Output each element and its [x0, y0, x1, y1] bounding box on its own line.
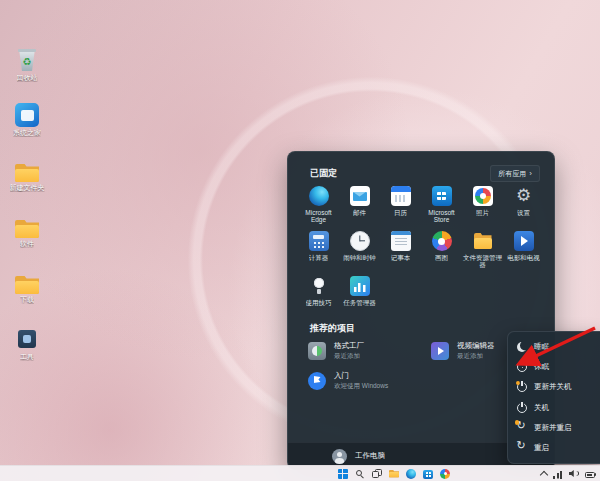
- pinned-app-label: 画图: [435, 254, 448, 261]
- desktop-icon-label: 系统之家: [13, 129, 41, 137]
- shortcut-icon: [18, 330, 36, 348]
- power-menu-item-label: 睡眠: [534, 342, 549, 352]
- clock-icon: [350, 231, 370, 251]
- pinned-app-tile[interactable]: 使用技巧: [298, 272, 339, 317]
- pinned-app-tile[interactable]: 画图: [421, 227, 462, 272]
- restart-icon: [517, 443, 527, 453]
- recommended-item-text: 格式工厂 最近添加: [334, 341, 364, 362]
- photos-icon: [473, 186, 493, 206]
- power-menu-item[interactable]: 睡眠: [508, 337, 600, 357]
- recommended-item-subtitle: 最近添加: [334, 352, 364, 361]
- desktop-icon[interactable]: 新建文件夹: [4, 158, 50, 205]
- recommended-item-title: 格式工厂: [334, 341, 364, 351]
- pinned-apps-grid: Microsoft Edge 邮件 日历 Microsoft Store: [298, 182, 544, 317]
- pinned-app-label: 电影和电视: [507, 254, 540, 261]
- recycle-bin-icon: [14, 46, 40, 73]
- desktop-icon-label: 工具: [20, 353, 34, 361]
- recommended-item-subtitle: 欢迎使用 Windows: [334, 382, 388, 391]
- pinned-header-row: 已固定 所有应用 ›: [310, 165, 540, 182]
- desktop-icon-label: 下载: [20, 296, 34, 304]
- pinned-app-tile[interactable]: 邮件: [339, 182, 380, 227]
- pinned-app-tile[interactable]: 文件资源管理器: [462, 227, 503, 272]
- all-apps-button[interactable]: 所有应用 ›: [490, 165, 540, 182]
- pinned-app-tile[interactable]: 计算器: [298, 227, 339, 272]
- pinned-app-label: 任务管理器: [343, 299, 376, 306]
- power-menu-item-label: 重启: [534, 443, 549, 453]
- movies-icon: [514, 231, 534, 251]
- user-avatar-icon[interactable]: [332, 449, 347, 464]
- search-button[interactable]: [355, 469, 365, 479]
- recommended-item-title: 入门: [334, 371, 388, 381]
- tray-overflow-chevron-icon[interactable]: [540, 471, 548, 479]
- recommended-item-text: 入门 欢迎使用 Windows: [334, 371, 388, 392]
- power-flyout-menu: 睡眠 休眠 更新并关机 关机 更新并重启: [507, 331, 600, 464]
- folder-icon: [14, 217, 40, 239]
- pinned-app-label: 计算器: [309, 254, 329, 261]
- folder-icon: [14, 161, 40, 183]
- store-icon: [432, 186, 452, 206]
- photos-button[interactable]: [440, 469, 450, 479]
- pinned-app-tile[interactable]: 照片: [462, 182, 503, 227]
- volume-icon[interactable]: [569, 469, 579, 479]
- get-started-icon: [308, 372, 326, 390]
- pinned-app-tile[interactable]: 日历: [380, 182, 421, 227]
- file-explorer-button[interactable]: [389, 469, 399, 479]
- folder-icon: [14, 273, 40, 295]
- network-icon[interactable]: [553, 469, 563, 479]
- desktop-icon[interactable]: 回收站: [4, 46, 50, 93]
- desktop-icon-label: 新建文件夹: [10, 184, 45, 192]
- shutdown-icon: [517, 382, 527, 392]
- recommended-item[interactable]: 格式工厂 最近添加: [300, 336, 419, 366]
- hibernate-icon: [517, 362, 527, 372]
- power-menu-item[interactable]: 休眠: [508, 357, 600, 377]
- pinned-app-tile[interactable]: Microsoft Edge: [298, 182, 339, 227]
- pinned-app-tile[interactable]: Microsoft Store: [421, 182, 462, 227]
- desktop-icon[interactable]: 系统之家: [4, 102, 50, 149]
- power-menu-item[interactable]: 更新并关机: [508, 377, 600, 397]
- pinned-app-label: 照片: [476, 209, 489, 216]
- recommended-item[interactable]: 入门 欢迎使用 Windows: [300, 366, 419, 396]
- edge-button[interactable]: [406, 469, 416, 479]
- desktop-icon-label: 软件: [20, 240, 34, 248]
- recommended-item-subtitle: 最近添加: [457, 352, 495, 361]
- desktop-icon[interactable]: 软件: [4, 214, 50, 261]
- start-button[interactable]: [338, 469, 348, 479]
- power-menu-item[interactable]: 重启: [508, 438, 600, 458]
- pinned-header: 已固定: [310, 167, 337, 180]
- desktop-icon-column: 回收站 系统之家 新建文件夹 软件 下载: [4, 46, 50, 382]
- pinned-app-label: Microsoft Store: [421, 209, 462, 224]
- task-view-button[interactable]: [372, 469, 382, 479]
- power-menu-item-label: 更新并关机: [534, 382, 572, 392]
- format-factory-icon: [308, 342, 326, 360]
- pinned-app-tile[interactable]: 电影和电视: [503, 227, 544, 272]
- pinned-app-label: 闹钟和时钟: [343, 254, 376, 261]
- calendar-icon: [391, 186, 411, 206]
- recommended-grid: 格式工厂 最近添加 视频编辑器 最近添加 入门: [300, 336, 542, 396]
- pinned-app-label: 记事本: [391, 254, 411, 261]
- edge-icon: [309, 186, 329, 206]
- pinned-app-tile[interactable]: 设置: [503, 182, 544, 227]
- calculator-icon: [309, 231, 329, 251]
- all-apps-label: 所有应用: [498, 169, 526, 179]
- desktop-icon[interactable]: 工具: [4, 326, 50, 373]
- taskbar-system-tray: [541, 466, 595, 481]
- pinned-app-tile[interactable]: 任务管理器: [339, 272, 380, 317]
- pinned-app-label: 日历: [394, 209, 407, 216]
- battery-icon[interactable]: [585, 472, 595, 478]
- mail-icon: [350, 186, 370, 206]
- power-menu-item[interactable]: 更新并重启: [508, 418, 600, 438]
- video-editor-icon: [431, 342, 449, 360]
- power-menu-item[interactable]: 关机: [508, 398, 600, 418]
- desktop-icon-label: 回收站: [17, 74, 38, 82]
- update-badge-icon: [515, 420, 520, 425]
- pinned-app-tile[interactable]: 记事本: [380, 227, 421, 272]
- shutdown-icon: [517, 403, 527, 413]
- taskbar-center-icons: [338, 466, 450, 481]
- store-button[interactable]: [423, 470, 433, 479]
- user-name[interactable]: 工作电脑: [355, 451, 385, 461]
- chevron-right-icon: ›: [529, 170, 532, 178]
- power-menu-item-label: 更新并重启: [534, 423, 572, 433]
- settings-icon: [514, 186, 534, 206]
- desktop-icon[interactable]: 下载: [4, 270, 50, 317]
- pinned-app-tile[interactable]: 闹钟和时钟: [339, 227, 380, 272]
